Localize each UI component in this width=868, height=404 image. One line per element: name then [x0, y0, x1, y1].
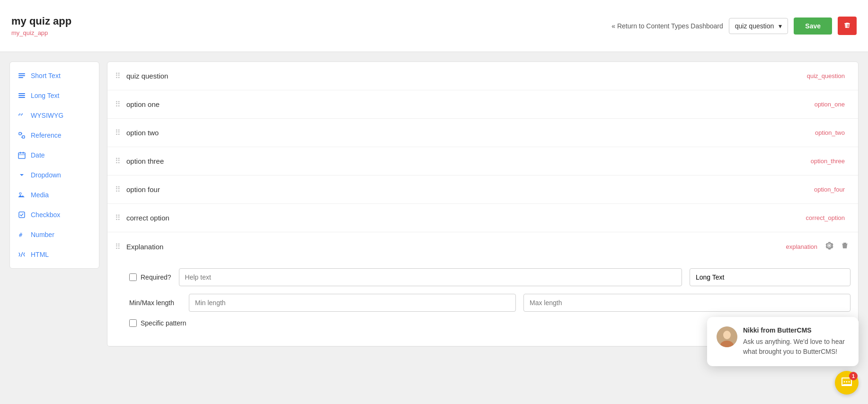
- dropdown-icon: [18, 171, 26, 179]
- field-actions: [823, 239, 850, 254]
- sidebar-item-short-text[interactable]: Short Text: [10, 66, 99, 86]
- table-row: ⠿ correct option correct_option: [107, 204, 858, 232]
- required-text: Required?: [141, 273, 171, 281]
- topbar-right: « Return to Content Types Dashboard quiz…: [611, 17, 857, 35]
- field-name-label: option three: [126, 157, 811, 165]
- drag-handle-icon[interactable]: ⠿: [115, 157, 121, 166]
- app-name: my quiz app: [11, 15, 71, 27]
- chat-message: Ask us anything. We'd love to hear what …: [743, 337, 849, 356]
- expanded-field-name: Explanation: [126, 243, 786, 251]
- sidebar-item-number[interactable]: # Number: [10, 225, 99, 245]
- settings-button[interactable]: [823, 239, 835, 254]
- svg-rect-0: [18, 73, 25, 74]
- topbar: my quiz app my_quiz_app « Return to Cont…: [0, 0, 868, 52]
- specific-pattern-checkbox[interactable]: [129, 319, 137, 327]
- svg-rect-3: [18, 93, 25, 94]
- field-slug-label: option_three: [811, 158, 845, 165]
- required-label[interactable]: Required?: [129, 273, 171, 281]
- checkbox-icon: [18, 211, 26, 219]
- chat-sender: Nikki from ButterCMS: [743, 326, 849, 334]
- field-slug-label: option_four: [814, 186, 845, 193]
- specific-pattern-text: Specific pattern: [141, 319, 186, 327]
- chat-content: Nikki from ButterCMS Ask us anything. We…: [743, 326, 849, 356]
- table-row: ⠿ option two option_two: [107, 119, 858, 147]
- sidebar-item-label: Long Text: [31, 92, 59, 99]
- specific-pattern-label[interactable]: Specific pattern: [129, 319, 186, 327]
- drag-handle-icon[interactable]: ⠿: [115, 185, 121, 194]
- field-slug-label: correct_option: [806, 214, 845, 221]
- drag-handle-icon[interactable]: ⠿: [115, 213, 121, 222]
- svg-rect-8: [18, 153, 25, 158]
- sidebar-item-label: Short Text: [31, 72, 61, 79]
- calendar-icon: [18, 151, 26, 159]
- sidebar-item-media[interactable]: Media: [10, 185, 99, 205]
- svg-text:#: #: [19, 232, 23, 238]
- help-text-input[interactable]: [179, 268, 682, 286]
- sidebar-item-label: Date: [31, 151, 45, 159]
- svg-rect-2: [18, 77, 23, 78]
- content-type-label: quiz question: [735, 22, 774, 30]
- sidebar-item-label: Reference: [31, 132, 62, 139]
- html-icon: [18, 250, 26, 259]
- svg-rect-6: [19, 132, 21, 135]
- table-row: ⠿ option four option_four: [107, 176, 858, 204]
- sidebar-item-wysiwyg[interactable]: WYSIWYG: [10, 105, 99, 125]
- gear-icon: [825, 241, 833, 250]
- drag-handle-icon[interactable]: ⠿: [115, 100, 121, 109]
- field-type-sidebar: Short Text Long Text WYSIWYG Reference: [9, 61, 99, 269]
- sidebar-item-dropdown[interactable]: Dropdown: [10, 165, 99, 185]
- sidebar-item-long-text[interactable]: Long Text: [10, 86, 99, 105]
- table-row: ⠿ option one option_one: [107, 90, 858, 119]
- reference-icon: [18, 131, 26, 140]
- delete-field-button[interactable]: [839, 239, 850, 254]
- drag-handle-icon[interactable]: ⠿: [115, 242, 121, 251]
- trash-icon: [841, 242, 849, 249]
- required-checkbox[interactable]: [129, 273, 137, 281]
- sidebar-item-date[interactable]: Date: [10, 145, 99, 165]
- content-type-dropdown[interactable]: quiz question ▾: [729, 18, 788, 34]
- drag-handle-icon[interactable]: ⠿: [115, 128, 121, 137]
- trash-icon: [843, 21, 851, 29]
- table-row: ⠿ option three option_three: [107, 147, 858, 176]
- save-button[interactable]: Save: [794, 18, 832, 35]
- svg-rect-1: [18, 75, 25, 76]
- sidebar-item-label: Number: [31, 231, 54, 238]
- lines-icon: [18, 91, 26, 100]
- field-name-label: option four: [126, 185, 814, 193]
- chevron-down-icon: ▾: [779, 22, 782, 30]
- min-max-label: Min/Max length: [129, 299, 181, 307]
- field-name-label: option two: [126, 129, 815, 137]
- field-name-label: quiz question: [126, 72, 807, 80]
- field-slug-label: quiz_question: [807, 72, 845, 79]
- topbar-left: my quiz app my_quiz_app: [11, 15, 71, 36]
- quote-icon: [18, 111, 26, 120]
- sidebar-item-reference[interactable]: Reference: [10, 125, 99, 145]
- field-type-input[interactable]: [690, 268, 850, 286]
- expanded-field-slug: explanation: [786, 243, 818, 250]
- back-link[interactable]: « Return to Content Types Dashboard: [611, 22, 723, 30]
- min-length-input[interactable]: [189, 294, 516, 312]
- field-required-row: Required?: [129, 268, 850, 286]
- main-layout: Short Text Long Text WYSIWYG Reference: [0, 52, 868, 356]
- field-slug-label: option_one: [815, 101, 845, 108]
- svg-rect-5: [18, 97, 25, 98]
- svg-rect-10: [19, 212, 25, 218]
- media-icon: [18, 191, 26, 199]
- chat-avatar: [717, 326, 737, 347]
- sidebar-item-label: Checkbox: [31, 211, 60, 219]
- sidebar-item-label: WYSIWYG: [31, 112, 63, 119]
- field-name-label: option one: [126, 100, 815, 108]
- max-length-input[interactable]: [523, 294, 850, 312]
- sidebar-item-label: Dropdown: [31, 171, 61, 179]
- app-slug: my_quiz_app: [11, 29, 71, 36]
- sidebar-item-label: HTML: [31, 251, 49, 258]
- delete-button[interactable]: [838, 17, 857, 35]
- drag-handle-icon[interactable]: ⠿: [115, 71, 121, 80]
- field-slug-label: option_two: [815, 129, 845, 136]
- sidebar-item-checkbox[interactable]: Checkbox: [10, 205, 99, 225]
- svg-point-9: [19, 193, 21, 194]
- svg-rect-4: [18, 95, 25, 96]
- min-max-row: Min/Max length: [129, 294, 850, 312]
- sidebar-item-html[interactable]: HTML: [10, 245, 99, 264]
- number-icon: #: [18, 230, 26, 239]
